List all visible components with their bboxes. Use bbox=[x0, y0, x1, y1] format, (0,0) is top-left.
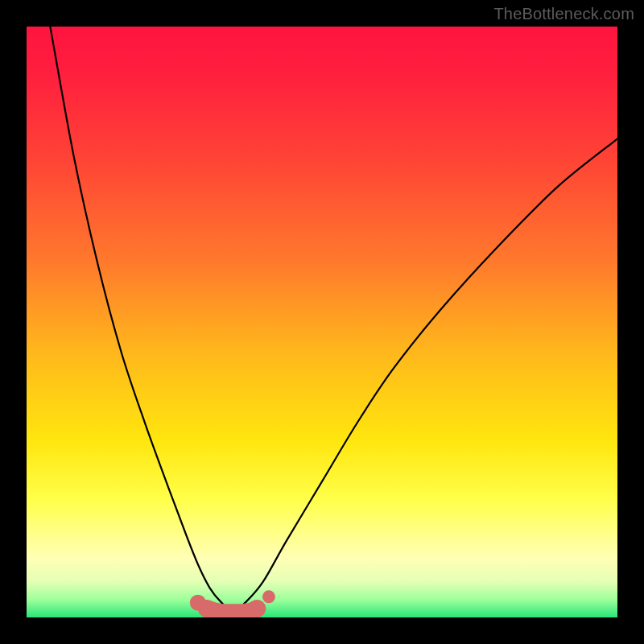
chart-frame: TheBottleneck.com bbox=[0, 0, 644, 644]
marker-band bbox=[207, 609, 257, 613]
plot-area bbox=[27, 27, 617, 617]
bottleneck-curve bbox=[50, 27, 617, 612]
marker-dot-left bbox=[190, 595, 206, 611]
marker-dot-right bbox=[262, 590, 275, 603]
chart-svg bbox=[27, 27, 617, 617]
watermark-text: TheBottleneck.com bbox=[493, 5, 634, 23]
